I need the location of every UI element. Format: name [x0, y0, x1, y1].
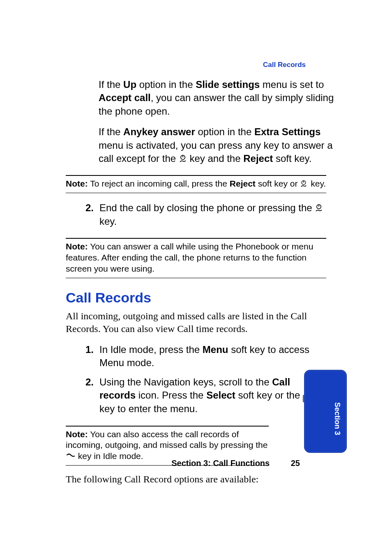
- bold-select: Select: [206, 390, 235, 401]
- note-label: Note:: [66, 242, 88, 251]
- footer-section: Section 3: Call Functions: [171, 459, 270, 468]
- step-number: 1.: [66, 343, 99, 356]
- note-reject: Note: To reject an incoming call, press …: [66, 175, 326, 193]
- note-label: Note:: [66, 429, 88, 439]
- text: menu is set to: [260, 79, 324, 90]
- step-text: In Idle mode, press the Menu soft key to…: [99, 343, 326, 370]
- call-records-steps: 1. In Idle mode, press the Menu soft key…: [66, 343, 326, 416]
- page: Call Records If the Up option in the Sli…: [0, 0, 392, 542]
- bold-up: Up: [123, 79, 136, 90]
- step-text: Using the Navigation keys, scroll to the…: [99, 376, 326, 416]
- power-end-key-icon: [300, 180, 308, 189]
- text: In Idle mode, press the: [99, 344, 203, 355]
- section-tab: Section 3: [304, 370, 347, 453]
- intro-block: If the Up option in the Slide settings m…: [99, 78, 334, 165]
- bold-reject: Reject: [230, 179, 256, 188]
- text: soft key.: [273, 153, 311, 164]
- note-label: Note:: [66, 179, 88, 188]
- bold-slide-settings: Slide settings: [196, 79, 260, 90]
- bold-menu: Menu: [203, 344, 228, 355]
- step-text: End the call by closing the phone or pre…: [99, 201, 326, 228]
- page-footer: Section 3: Call Functions 25: [0, 459, 392, 468]
- step-number: 2.: [66, 376, 99, 389]
- text: You can also access the call records of …: [66, 429, 267, 450]
- closing-text: The following Call Record options are av…: [66, 474, 269, 485]
- text: key to enter the menu.: [99, 403, 198, 414]
- text: Using the Navigation keys, scroll to the: [99, 376, 272, 387]
- section-tab-label: Section 3: [333, 402, 341, 435]
- running-header: Call Records: [263, 61, 306, 69]
- step-number: 2.: [66, 201, 99, 214]
- bold-extra-settings: Extra Settings: [254, 126, 321, 137]
- text: To reject an incoming call, press the: [88, 179, 230, 188]
- text: If the: [99, 79, 123, 90]
- text: If the: [99, 126, 123, 137]
- step-end-call: 2. End the call by closing the phone or …: [66, 201, 326, 228]
- bold-reject: Reject: [243, 153, 273, 164]
- list-item: 2. Using the Navigation keys, scroll to …: [66, 376, 326, 416]
- power-end-key-icon: [179, 154, 187, 163]
- text: soft key or the: [235, 390, 303, 401]
- text: option in the: [136, 79, 196, 90]
- text: key.: [99, 216, 117, 227]
- list-item: 1. In Idle mode, press the Menu soft key…: [66, 343, 326, 370]
- text: key and the: [187, 153, 243, 164]
- section-heading: Call Records: [66, 290, 343, 306]
- section-intro: All incoming, outgoing and missed calls …: [66, 310, 326, 336]
- text: You can answer a call while using the Ph…: [66, 242, 313, 273]
- bold-anykey: Anykey answer: [123, 126, 195, 137]
- note-phonebook: Note: You can answer a call while using …: [66, 238, 326, 278]
- send-key-icon: [66, 452, 76, 458]
- power-end-key-icon: [315, 203, 323, 212]
- footer-page-number: 25: [291, 459, 300, 468]
- intro-p2: If the Anykey answer option in the Extra…: [99, 125, 334, 165]
- bold-accept-call: Accept call: [99, 92, 151, 103]
- text: soft key or: [256, 179, 300, 188]
- text: key.: [308, 179, 326, 188]
- intro-p1: If the Up option in the Slide settings m…: [99, 78, 334, 118]
- text: End the call by closing the phone or pre…: [99, 202, 315, 213]
- text: icon. Press the: [136, 390, 206, 401]
- list-item: 2. End the call by closing the phone or …: [66, 201, 326, 228]
- text: option in the: [195, 126, 254, 137]
